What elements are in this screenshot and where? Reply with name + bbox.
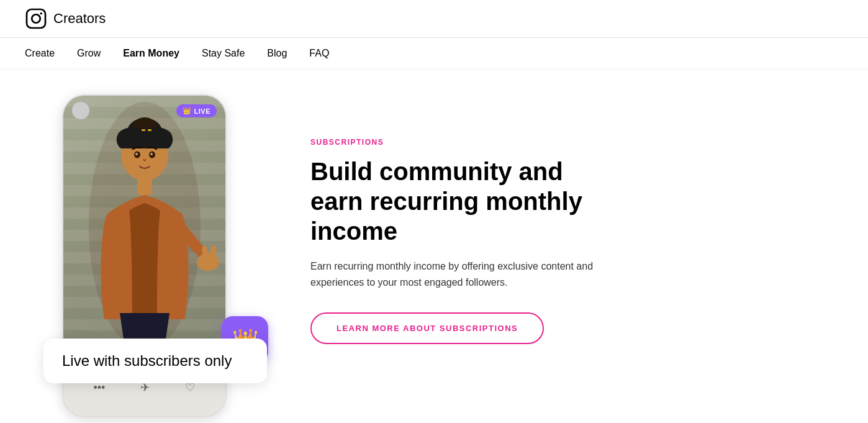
nav-item-create[interactable]: Create [25, 48, 55, 59]
learn-more-subscriptions-button[interactable]: LEARN MORE ABOUT SUBSCRIPTIONS [310, 312, 544, 344]
logo-area[interactable]: Creators [25, 7, 106, 30]
nav-item-faq[interactable]: FAQ [309, 48, 329, 59]
profile-bubble [72, 102, 89, 119]
svg-rect-14 [148, 129, 151, 131]
section-title: Build community and earn recurring month… [310, 157, 621, 246]
svg-point-12 [197, 253, 219, 271]
tooltip-text: Live with subscribers only [62, 352, 232, 369]
instagram-icon [25, 7, 47, 30]
live-text: LIVE [194, 107, 210, 115]
svg-rect-0 [27, 9, 45, 28]
nav-item-earn-money[interactable]: Earn Money [123, 48, 179, 59]
svg-point-10 [135, 153, 138, 155]
svg-rect-13 [142, 129, 145, 131]
person-figure [70, 102, 219, 357]
logo-text: Creators [53, 11, 106, 27]
live-badge: 👑 LIVE [176, 104, 217, 117]
tooltip-bubble: Live with subscribers only [43, 339, 267, 383]
header: Creators [0, 0, 868, 38]
nav-item-grow[interactable]: Grow [77, 48, 101, 59]
phone-section: 👑 LIVE [62, 94, 261, 417]
section-description: Earn recurring monthly income by offerin… [310, 258, 621, 290]
live-crown-icon: 👑 [183, 107, 192, 115]
svg-point-2 [40, 12, 42, 15]
nav-item-blog[interactable]: Blog [267, 48, 287, 59]
right-content: SUBSCRIPTIONS Build community and earn r… [310, 88, 621, 344]
main-content: 👑 LIVE [0, 70, 868, 423]
svg-point-11 [150, 153, 153, 155]
navigation: Create Grow Earn Money Stay Safe Blog FA… [0, 38, 868, 70]
section-label: SUBSCRIPTIONS [310, 138, 621, 147]
person-image [63, 96, 225, 357]
svg-point-1 [32, 14, 40, 23]
nav-item-stay-safe[interactable]: Stay Safe [202, 48, 245, 59]
